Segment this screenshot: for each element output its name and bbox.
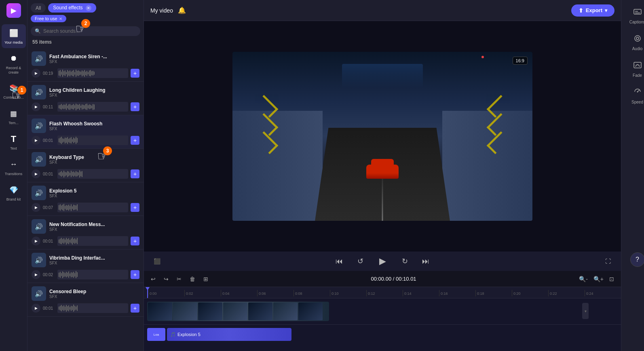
undo-btn[interactable]: ↩ xyxy=(149,275,158,283)
video-thumb-1 xyxy=(148,302,172,320)
duration-6: 00:01 xyxy=(43,239,55,243)
waveform-2 xyxy=(57,102,128,112)
sound-title-4: Keyboard Type xyxy=(49,154,84,160)
sidebar-item-transitions[interactable]: ↔ Transitions xyxy=(2,156,26,180)
filter-tag-close[interactable]: ✕ xyxy=(59,17,62,21)
duration-3: 00:01 xyxy=(43,138,55,143)
play-btn-2[interactable]: ▶ xyxy=(32,102,40,111)
ruler-mark-0: 0:00 xyxy=(148,290,184,296)
sound-thumb-6: 🔊 xyxy=(32,219,46,234)
video-thumb-7 xyxy=(298,302,323,320)
video-road-scene xyxy=(232,52,532,221)
right-panel-audio[interactable]: Audio xyxy=(623,30,644,55)
zoom-controls: 🔍- 🔍+ ⊡ xyxy=(577,275,616,283)
waveform-4 xyxy=(57,169,128,179)
play-btn-3[interactable]: ▶ xyxy=(32,136,40,145)
video-thumb-5 xyxy=(248,302,272,320)
sidebar-item-brand-label: Brand kit xyxy=(6,197,21,202)
delete-btn[interactable]: 🗑 xyxy=(188,275,197,283)
sound-item-3: 🔊 Flash Whoosh Swoosh SFX ▶ 00:01 + Add … xyxy=(27,115,144,149)
sound-item-4: 🔊 Keyboard Type SFX ▶ 00:01 + xyxy=(27,149,144,182)
timeline-toolbar: ↩ ↪ ✂ 🗑 ⊞ 00:00.00 / 00:10.01 🔍- 🔍+ ⊡ xyxy=(144,271,621,287)
add-btn-7[interactable]: + xyxy=(131,270,139,279)
ruler-mark-7: 0:14 xyxy=(403,290,439,296)
filter-free-tag[interactable]: Free to use ✕ xyxy=(31,15,66,22)
tab-all[interactable]: All xyxy=(31,3,46,13)
forward-btn[interactable]: ↻ xyxy=(398,255,411,268)
text-icon: T xyxy=(8,133,19,145)
sidebar-item-templates[interactable]: ▦ Tem... xyxy=(2,105,26,129)
timeline-container: ↩ ↪ ✂ 🗑 ⊞ 00:00.00 / 00:10.01 🔍- 🔍+ ⊡ 0:… xyxy=(144,271,621,351)
zoom-in-btn[interactable]: 🔍+ xyxy=(591,275,606,283)
captions-label: Captions xyxy=(629,20,644,24)
sound-thumb-4: 🔊 xyxy=(32,152,46,167)
sidebar-item-record[interactable]: ⏺ Record & create xyxy=(2,50,26,78)
play-btn-6[interactable]: ▶ xyxy=(32,237,40,245)
sidebar-item-templates-label: Tem... xyxy=(8,121,19,125)
fade-icon xyxy=(633,61,642,72)
add-btn-1[interactable]: + xyxy=(131,69,139,78)
right-panel-fade[interactable]: Fade xyxy=(623,57,644,82)
tab-close-icon[interactable]: ✕ xyxy=(86,5,91,11)
sidebar-item-brand[interactable]: 💎 Brand kit xyxy=(2,181,26,205)
app-logo: ▶ xyxy=(6,3,21,18)
play-btn-7[interactable]: ▶ xyxy=(32,270,40,279)
add-btn-4[interactable]: + xyxy=(131,169,139,178)
sidebar-item-text[interactable]: T Text xyxy=(2,130,26,154)
aspect-ratio-badge: 16:9 xyxy=(513,57,528,65)
play-btn-1[interactable]: ▶ xyxy=(32,69,40,78)
your-media-icon: ⬜ xyxy=(8,27,19,39)
play-pause-btn[interactable]: ▶ xyxy=(375,254,390,269)
audio-clip-loading[interactable]: Loa xyxy=(147,328,165,341)
duration-2: 00:11 xyxy=(43,105,55,109)
car-shape xyxy=(366,165,399,179)
caption-btn[interactable]: ⬛ xyxy=(150,255,163,268)
video-track-row xyxy=(144,298,621,325)
svg-point-3 xyxy=(635,36,640,41)
group-btn[interactable]: ⊞ xyxy=(201,275,210,283)
export-button[interactable]: ⬆ Export ▾ xyxy=(571,4,614,17)
fit-timeline-btn[interactable]: ⊡ xyxy=(607,275,616,283)
ruler-mark-9: 0:18 xyxy=(475,290,512,296)
skip-back-btn[interactable]: ⏮ xyxy=(333,255,346,268)
notifications-icon[interactable]: 🔔 xyxy=(178,6,186,14)
sound-thumb-2: 🔊 xyxy=(32,85,46,99)
add-btn-2[interactable]: + xyxy=(131,102,139,111)
play-btn-4[interactable]: ▶ xyxy=(32,169,40,178)
duration-1: 00:19 xyxy=(43,71,55,76)
ruler-mark-10: 0:20 xyxy=(512,290,548,296)
sound-type-1: SFX xyxy=(49,59,107,64)
sound-title-8: Censored Bleep xyxy=(49,289,86,294)
sidebar-item-content-library[interactable]: 📚 Content lib... xyxy=(2,79,26,103)
video-thumb-2 xyxy=(173,302,197,320)
redo-btn[interactable]: ↪ xyxy=(162,275,171,283)
fullscreen-btn[interactable]: ⛶ xyxy=(602,255,614,268)
search-input[interactable] xyxy=(43,28,136,34)
skip-forward-btn[interactable]: ⏭ xyxy=(419,255,432,268)
video-clip[interactable] xyxy=(147,302,329,321)
cut-btn[interactable]: ✂ xyxy=(175,275,184,283)
playhead-line xyxy=(147,287,148,298)
audio-clip-explosion[interactable]: 🎵 Explosion 5 xyxy=(167,328,291,341)
right-panel-captions[interactable]: Captions xyxy=(623,3,644,28)
right-panel-speed[interactable]: Speed xyxy=(623,83,644,108)
rewind-btn[interactable]: ↺ xyxy=(354,255,367,268)
waveform-7 xyxy=(57,270,128,279)
collapse-timeline-handle[interactable]: ▾ xyxy=(582,303,589,319)
play-btn-5[interactable]: ▶ xyxy=(32,203,40,212)
top-bar: My video 🔔 ⬆ Export ▾ xyxy=(144,0,621,21)
tab-sound-effects[interactable]: Sound effects ✕ xyxy=(48,3,96,13)
templates-icon: ▦ xyxy=(8,108,19,119)
sound-title-6: New Notification Mess... xyxy=(49,222,105,227)
add-btn-6[interactable]: + xyxy=(131,237,139,245)
add-btn-8[interactable]: + xyxy=(131,304,139,313)
sound-type-8: SFX xyxy=(49,294,86,299)
timeline-ruler: 0:00 0:02 0:04 0:06 0:08 0:10 0:12 0:14 … xyxy=(144,287,621,298)
duration-8: 00:01 xyxy=(43,306,55,311)
zoom-out-btn[interactable]: 🔍- xyxy=(577,275,590,283)
add-btn-3[interactable]: + xyxy=(131,136,139,145)
add-btn-5[interactable]: + xyxy=(131,203,139,212)
sidebar-item-your-media[interactable]: ⬜ Your media xyxy=(2,24,26,48)
help-button[interactable]: ? xyxy=(630,252,644,267)
play-btn-8[interactable]: ▶ xyxy=(32,304,40,313)
